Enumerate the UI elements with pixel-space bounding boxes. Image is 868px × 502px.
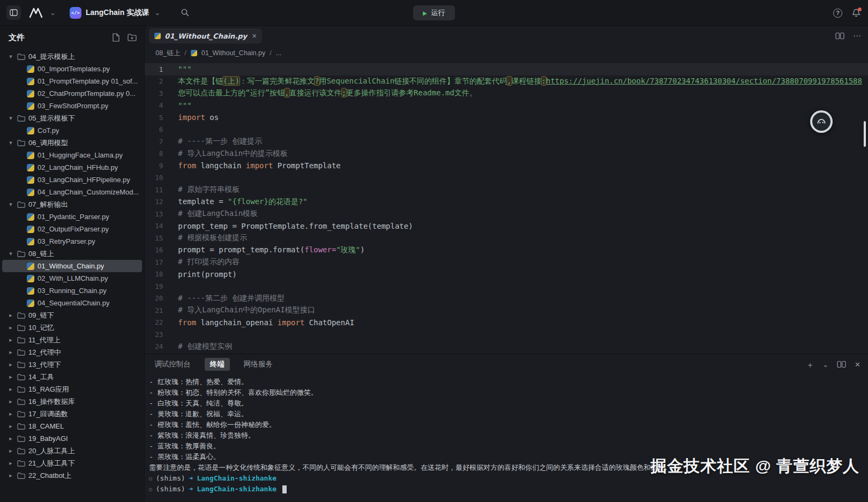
tree-item-folder[interactable]: ▸15_RAG应用 — [2, 383, 142, 395]
new-terminal-icon[interactable]: ＋ — [806, 361, 814, 369]
code-line[interactable]: 20# ----第二步 创建并调用模型 — [145, 293, 868, 305]
search-button[interactable] — [181, 8, 190, 17]
tree-item-folder[interactable]: ▾06_调用模型 — [2, 137, 142, 149]
editor-tab-active[interactable]: 01_Without_Chain.py ✕ — [149, 28, 262, 43]
code-line[interactable]: 11# 原始字符串模板 — [145, 184, 868, 196]
tree-item-folder[interactable]: ▸22_Chatbot上 — [2, 469, 142, 482]
panel-tab[interactable]: 终端 — [205, 358, 230, 371]
tree-item-file[interactable]: 03_Running_Chain.py — [2, 284, 142, 297]
tree-item-file[interactable]: 03_LangChain_HFPipeline.py — [2, 174, 142, 186]
help-button[interactable]: ? — [833, 9, 842, 18]
code-line[interactable]: 19 — [145, 280, 868, 293]
code-token: "玫瑰" — [336, 245, 360, 254]
tree-item-file[interactable]: 03_RetryParser.py — [2, 235, 142, 248]
notifications-button[interactable] — [852, 9, 860, 18]
tree-item-label: 12_代理中 — [28, 348, 61, 357]
code-text: from langchain import PromptTemplate — [168, 161, 340, 170]
files-panel: 文件 ▾04_提示模板上00_ImportTemplates.py01_Prom… — [0, 26, 144, 502]
code-editor[interactable]: 1"""2本文件是【链(上)：写一篇完美鲜花推文?用SequencialChai… — [145, 60, 868, 354]
tree-item-file[interactable]: 03_FewShotPrompt.py — [2, 100, 142, 112]
tree-item-file[interactable]: 02_LangChain_HFHub.py — [2, 161, 142, 174]
panel-tab[interactable]: 网络服务 — [244, 359, 273, 369]
code-line[interactable]: 14prompt_temp = PromptTemplate.from_temp… — [145, 220, 868, 233]
tree-item-folder[interactable]: ▾04_提示模板上 — [2, 50, 142, 63]
tree-item-file[interactable]: 02_ChatPromptTemplate.py 0... — [2, 87, 142, 100]
tree-item-file[interactable]: 01_Without_Chain.py — [2, 260, 142, 272]
tree-item-folder[interactable]: ▾05_提示模板下 — [2, 112, 142, 124]
tree-item-file[interactable]: CoT.py — [2, 124, 142, 137]
breadcrumb-file[interactable]: 01_Without_Chain.py — [201, 49, 266, 57]
code-line[interactable]: 1""" — [145, 63, 868, 76]
tree-item-folder[interactable]: ▸11_代理上 — [2, 334, 142, 346]
tree-item-file[interactable]: 00_ImportTemplates.py — [2, 63, 142, 75]
tree-item-file[interactable]: 04_LangChain_CustomizeMod... — [2, 186, 142, 198]
line-number: 19 — [145, 282, 168, 290]
terminal-output[interactable]: - 红玫瑰：热情、热爱、爱情。- 粉玫瑰：初恋、特别的关怀、喜欢你那灿烂的微笑。… — [145, 374, 868, 502]
chevron-down-icon[interactable]: ⌄ — [49, 9, 57, 16]
tree-item-folder[interactable]: ▸13_代理下 — [2, 358, 142, 371]
code-line[interactable]: 6 — [145, 124, 868, 136]
new-file-icon[interactable] — [112, 33, 120, 42]
more-options-icon[interactable]: ⋯ — [853, 31, 862, 41]
project-switcher[interactable]: </> LangChain 实战课 ⌄ — [70, 7, 161, 19]
code-line[interactable]: 21# 导入LangChain中的OpenAI模型接口 — [145, 304, 868, 317]
tree-item-file[interactable]: 02_With_LLMChain.py — [2, 272, 142, 284]
code-line[interactable]: 2本文件是【链(上)：写一篇完美鲜花推文?用SequencialChain链接不… — [145, 76, 868, 88]
chevron-down-icon[interactable]: ⌄ — [822, 361, 828, 368]
code-line[interactable]: 23 — [145, 328, 868, 341]
close-icon[interactable]: ✕ — [252, 33, 257, 40]
tree-item-file[interactable]: 02_OutputFixParser.py — [2, 223, 142, 235]
panel-tab[interactable]: 调试控制台 — [154, 359, 191, 369]
assistant-floating-button[interactable] — [810, 110, 833, 133]
tree-item-folder[interactable]: ▸16_操作数据库 — [2, 395, 142, 408]
code-line[interactable]: 22from langchain_openai import ChatOpenA… — [145, 317, 868, 329]
code-token: ) — [360, 245, 364, 254]
tree-item-folder[interactable]: ▸18_CAMEL — [2, 420, 142, 432]
code-line[interactable]: 4""" — [145, 100, 868, 112]
code-line[interactable]: 9from langchain import PromptTemplate — [145, 160, 868, 172]
terminal-output-line: - 黄玫瑰：道歉、祝福、幸运。 — [149, 409, 868, 419]
code-line[interactable]: 10 — [145, 172, 868, 184]
split-panel-icon[interactable] — [837, 361, 846, 368]
close-panel-icon[interactable]: ✕ — [855, 361, 860, 368]
workspace-button[interactable] — [6, 5, 21, 20]
split-editor-icon[interactable] — [835, 32, 844, 40]
code-token: = — [219, 197, 228, 206]
breadcrumb-more[interactable]: ... — [276, 49, 281, 57]
code-line[interactable]: 12template = "{flower}的花语是?" — [145, 196, 868, 208]
tree-item-folder[interactable]: ▾07_解析输出 — [2, 198, 142, 211]
tree-item-file[interactable]: 01_Pydantic_Parser.py — [2, 211, 142, 223]
breadcrumb-folder[interactable]: 08_链上 — [155, 49, 180, 58]
tree-item-folder[interactable]: ▾08_链上 — [2, 248, 142, 260]
tree-item-label: 08_链上 — [28, 249, 54, 259]
tree-item-folder[interactable]: ▸10_记忆 — [2, 321, 142, 334]
fleet-logo-icon[interactable] — [28, 7, 43, 18]
code-line[interactable]: 13# 创建LangChain模板 — [145, 208, 868, 220]
tree-item-file[interactable]: 01_HuggingFace_Llama.py — [2, 149, 142, 161]
code-line[interactable]: 16prompt = prompt_temp.format(flower="玫瑰… — [145, 244, 868, 257]
code-line[interactable]: 24# 创建模型实例 — [145, 341, 868, 353]
editor-scrollbar-thumb[interactable] — [864, 121, 866, 147]
tree-item-folder[interactable]: ▸20_人脉工具上 — [2, 445, 142, 457]
new-folder-icon[interactable] — [128, 33, 137, 41]
tree-item-folder[interactable]: ▸21_人脉工具下 — [2, 457, 142, 469]
terminal-prompt-line[interactable]: ○(shims)➜LangChain-shizhanke — [149, 484, 868, 494]
doc-link[interactable]: https://juejin.cn/book/73877023474361303… — [546, 77, 862, 85]
tree-item-label: 04_LangChain_CustomizeMod... — [38, 188, 139, 196]
tree-item-folder[interactable]: ▸09_链下 — [2, 309, 142, 321]
tree-item-folder[interactable]: ▸12_代理中 — [2, 346, 142, 358]
tree-item-file[interactable]: 04_SequentialChain.py — [2, 297, 142, 309]
code-line[interactable]: 18print(prompt) — [145, 268, 868, 281]
code-line[interactable]: 5import os — [145, 111, 868, 124]
tree-item-folder[interactable]: ▸19_BabyAGI — [2, 432, 142, 445]
line-number: 22 — [145, 318, 168, 326]
tree-item-file[interactable]: 01_PromptTemplate.py 01_sof... — [2, 75, 142, 87]
code-line[interactable]: 17# 打印提示的内容 — [145, 256, 868, 268]
code-line[interactable]: 7# ----第一步 创建提示 — [145, 136, 868, 148]
tree-item-folder[interactable]: ▸17_回调函数 — [2, 408, 142, 420]
code-line[interactable]: 15# 根据模板创建提示 — [145, 232, 868, 244]
tree-item-folder[interactable]: ▸14_工具 — [2, 371, 142, 383]
run-button[interactable]: ▶ 运行 — [413, 5, 455, 20]
code-line[interactable]: 3您可以点击最上方的“运行”按钮,直接运行该文件;更多操作指引请参考Readme… — [145, 87, 868, 100]
code-line[interactable]: 8# 导入LangChain中的提示模板 — [145, 148, 868, 160]
